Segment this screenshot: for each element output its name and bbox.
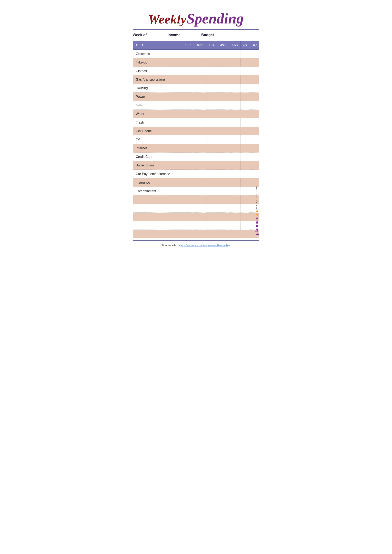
day-cell[interactable] bbox=[217, 144, 229, 153]
day-cell[interactable] bbox=[206, 153, 217, 161]
day-cell[interactable] bbox=[217, 221, 229, 230]
day-cell[interactable] bbox=[217, 170, 229, 178]
day-cell[interactable] bbox=[229, 221, 240, 230]
day-cell[interactable] bbox=[229, 118, 240, 127]
day-cell[interactable] bbox=[229, 67, 240, 75]
day-cell[interactable] bbox=[206, 204, 217, 213]
day-cell[interactable] bbox=[229, 84, 240, 92]
day-cell[interactable] bbox=[217, 153, 229, 161]
day-cell[interactable] bbox=[183, 50, 194, 58]
day-cell[interactable] bbox=[249, 67, 259, 75]
day-cell[interactable] bbox=[194, 178, 206, 187]
day-cell[interactable] bbox=[183, 118, 194, 127]
day-cell[interactable] bbox=[183, 84, 194, 92]
day-cell[interactable] bbox=[240, 110, 249, 118]
day-cell[interactable] bbox=[217, 204, 229, 213]
day-cell[interactable] bbox=[194, 127, 206, 135]
day-cell[interactable] bbox=[194, 153, 206, 161]
day-cell[interactable] bbox=[249, 101, 259, 110]
day-cell[interactable] bbox=[194, 118, 206, 127]
day-cell[interactable] bbox=[217, 161, 229, 170]
day-cell[interactable] bbox=[183, 127, 194, 135]
day-cell[interactable] bbox=[249, 178, 259, 187]
day-cell[interactable] bbox=[206, 118, 217, 127]
day-cell[interactable] bbox=[206, 230, 217, 238]
day-cell[interactable] bbox=[183, 221, 194, 230]
day-cell[interactable] bbox=[206, 101, 217, 110]
day-cell[interactable] bbox=[229, 101, 240, 110]
footer-link[interactable]: https://onplanners.com/template/weekly-s… bbox=[181, 244, 230, 246]
day-cell[interactable] bbox=[240, 58, 249, 67]
day-cell[interactable] bbox=[240, 161, 249, 170]
day-cell[interactable] bbox=[240, 178, 249, 187]
day-cell[interactable] bbox=[229, 92, 240, 101]
day-cell[interactable] bbox=[206, 84, 217, 92]
day-cell[interactable] bbox=[194, 75, 206, 84]
day-cell[interactable] bbox=[194, 92, 206, 101]
day-cell[interactable] bbox=[206, 144, 217, 153]
day-cell[interactable] bbox=[240, 187, 249, 196]
day-cell[interactable] bbox=[183, 67, 194, 75]
day-cell[interactable] bbox=[183, 161, 194, 170]
day-cell[interactable] bbox=[229, 153, 240, 161]
day-cell[interactable] bbox=[229, 110, 240, 118]
day-cell[interactable] bbox=[240, 67, 249, 75]
day-cell[interactable] bbox=[249, 110, 259, 118]
day-cell[interactable] bbox=[206, 67, 217, 75]
day-cell[interactable] bbox=[240, 92, 249, 101]
day-cell[interactable] bbox=[206, 213, 217, 221]
day-cell[interactable] bbox=[183, 187, 194, 196]
day-cell[interactable] bbox=[183, 178, 194, 187]
day-cell[interactable] bbox=[183, 101, 194, 110]
day-cell[interactable] bbox=[194, 58, 206, 67]
day-cell[interactable] bbox=[249, 161, 259, 170]
day-cell[interactable] bbox=[229, 75, 240, 84]
day-cell[interactable] bbox=[229, 144, 240, 153]
day-cell[interactable] bbox=[183, 144, 194, 153]
day-cell[interactable] bbox=[206, 161, 217, 170]
day-cell[interactable] bbox=[183, 213, 194, 221]
day-cell[interactable] bbox=[240, 75, 249, 84]
day-cell[interactable] bbox=[240, 153, 249, 161]
day-cell[interactable] bbox=[183, 196, 194, 204]
day-cell[interactable] bbox=[217, 75, 229, 84]
day-cell[interactable] bbox=[217, 135, 229, 144]
day-cell[interactable] bbox=[194, 230, 206, 238]
day-cell[interactable] bbox=[240, 50, 249, 58]
day-cell[interactable] bbox=[240, 144, 249, 153]
day-cell[interactable] bbox=[194, 67, 206, 75]
day-cell[interactable] bbox=[249, 75, 259, 84]
day-cell[interactable] bbox=[183, 170, 194, 178]
day-cell[interactable] bbox=[229, 127, 240, 135]
day-cell[interactable] bbox=[249, 153, 259, 161]
day-cell[interactable] bbox=[229, 161, 240, 170]
day-cell[interactable] bbox=[229, 204, 240, 213]
day-cell[interactable] bbox=[240, 118, 249, 127]
day-cell[interactable] bbox=[229, 187, 240, 196]
day-cell[interactable] bbox=[229, 196, 240, 204]
day-cell[interactable] bbox=[229, 58, 240, 67]
day-cell[interactable] bbox=[206, 135, 217, 144]
day-cell[interactable] bbox=[249, 92, 259, 101]
day-cell[interactable] bbox=[183, 58, 194, 67]
day-cell[interactable] bbox=[183, 204, 194, 213]
day-cell[interactable] bbox=[206, 58, 217, 67]
day-cell[interactable] bbox=[240, 196, 249, 204]
day-cell[interactable] bbox=[240, 170, 249, 178]
day-cell[interactable] bbox=[249, 170, 259, 178]
day-cell[interactable] bbox=[249, 127, 259, 135]
day-cell[interactable] bbox=[249, 118, 259, 127]
day-cell[interactable] bbox=[217, 84, 229, 92]
day-cell[interactable] bbox=[206, 127, 217, 135]
day-cell[interactable] bbox=[183, 110, 194, 118]
day-cell[interactable] bbox=[249, 58, 259, 67]
day-cell[interactable] bbox=[194, 101, 206, 110]
day-cell[interactable] bbox=[217, 187, 229, 196]
day-cell[interactable] bbox=[217, 110, 229, 118]
day-cell[interactable] bbox=[240, 101, 249, 110]
day-cell[interactable] bbox=[194, 110, 206, 118]
day-cell[interactable] bbox=[217, 92, 229, 101]
day-cell[interactable] bbox=[240, 204, 249, 213]
day-cell[interactable] bbox=[217, 196, 229, 204]
day-cell[interactable] bbox=[183, 92, 194, 101]
